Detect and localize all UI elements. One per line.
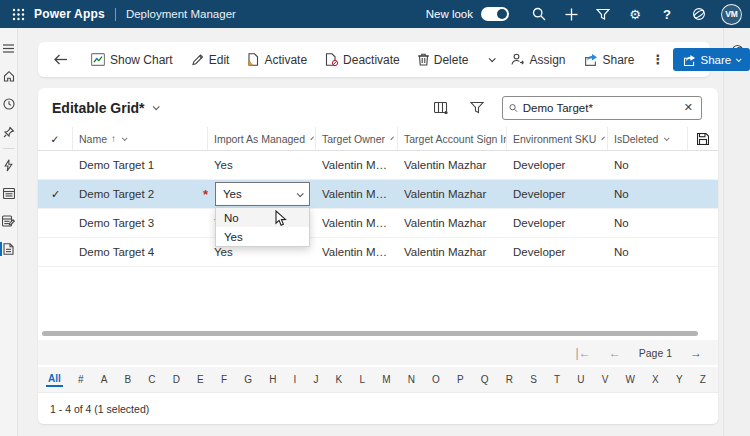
deactivate-button[interactable]: Deactivate [316, 47, 409, 73]
column-header-name[interactable]: Name↑ [73, 127, 208, 150]
cell-target_account_sign_in[interactable]: Valentin Mazhar [398, 217, 507, 229]
cell-is_deleted[interactable]: No [608, 217, 688, 229]
jump-I[interactable]: I [292, 373, 299, 386]
combobox-option-no[interactable]: No [216, 208, 309, 227]
cell-target_owner[interactable]: Valentin Maz... [316, 188, 398, 200]
select-all-checkbox[interactable]: ✓ [38, 127, 73, 150]
cell-is_deleted[interactable]: No [608, 246, 688, 258]
filter-icon[interactable] [587, 0, 619, 28]
more-commands-chevron[interactable] [481, 47, 502, 73]
edit-button[interactable]: Edit [182, 47, 239, 73]
column-header-is_deleted[interactable]: IsDeleted [608, 127, 688, 150]
jump-H[interactable]: H [267, 373, 278, 386]
sidebar-pinned-icon[interactable] [0, 118, 18, 146]
app-title[interactable]: Power Apps [34, 7, 105, 21]
previous-page-icon[interactable]: ← [609, 346, 621, 360]
sidebar-home-icon[interactable] [0, 62, 18, 90]
import-as-managed-combobox[interactable]: Yes [215, 182, 310, 206]
sidebar-editable-grid-icon[interactable] [0, 207, 18, 235]
cell-environment_sku[interactable]: Developer [507, 217, 608, 229]
combobox-option-yes[interactable]: Yes [216, 227, 309, 246]
jump-F[interactable]: F [219, 373, 229, 386]
jump-Z[interactable]: Z [698, 373, 708, 386]
edit-columns-icon[interactable] [430, 97, 452, 119]
cell-target_account_sign_in[interactable]: Valentin Mazhar [398, 159, 507, 171]
jump-S[interactable]: S [528, 373, 539, 386]
cell-import_as_managed[interactable]: Yes [208, 159, 316, 171]
cell-environment_sku[interactable]: Developer [507, 159, 608, 171]
jump-T[interactable]: T [552, 373, 562, 386]
jump-B[interactable]: B [122, 373, 133, 386]
waffle-menu-icon[interactable] [10, 6, 26, 22]
column-header-import_as_managed[interactable]: Import As Managed [208, 127, 316, 150]
jump-X[interactable]: X [650, 373, 661, 386]
sidebar-deployment-targets-icon[interactable] [0, 235, 18, 263]
jump-J[interactable]: J [311, 373, 320, 386]
jump-#[interactable]: # [76, 373, 86, 386]
show-chart-button[interactable]: Show Chart [82, 47, 182, 73]
cell-target_account_sign_in[interactable]: Valentin Mazhar [398, 246, 507, 258]
jump-Q[interactable]: Q [479, 373, 491, 386]
cell-target_account_sign_in[interactable]: Valentin Mazhar [398, 188, 507, 200]
row-checkbox[interactable]: ✓ [38, 188, 73, 201]
clear-search-icon[interactable]: ✕ [682, 101, 695, 114]
jump-E[interactable]: E [195, 373, 206, 386]
table-row[interactable]: Demo Target 4YesValentin Maz...Valentin … [38, 238, 718, 267]
edit-filters-icon[interactable] [466, 97, 488, 119]
help-icon[interactable]: ? [651, 0, 683, 28]
column-header-target_account_sign_in[interactable]: Target Account Sign In [398, 127, 507, 150]
add-icon[interactable] [555, 0, 587, 28]
cell-name[interactable]: Demo Target 4 [73, 246, 208, 258]
jump-D[interactable]: D [171, 373, 182, 386]
jump-All[interactable]: All [46, 372, 63, 387]
table-row[interactable]: Demo Target 1YesValentin Maz...Valentin … [38, 151, 718, 180]
cell-is_deleted[interactable]: No [608, 159, 688, 171]
cell-target_owner[interactable]: Valentin Maz... [316, 217, 398, 229]
jump-K[interactable]: K [334, 373, 345, 386]
share-command-button[interactable]: Share [575, 47, 644, 73]
jump-A[interactable]: A [99, 373, 110, 386]
cell-target_owner[interactable]: Valentin Maz... [316, 246, 398, 258]
overflow-menu-button[interactable]: ⋮ [644, 47, 673, 73]
cell-name[interactable]: Demo Target 1 [73, 159, 208, 171]
jump-N[interactable]: N [406, 373, 417, 386]
column-header-environment_sku[interactable]: Environment SKU [507, 127, 608, 150]
delete-button[interactable]: Delete [409, 47, 478, 73]
grid-search-input[interactable] [523, 102, 677, 114]
jump-G[interactable]: G [242, 373, 254, 386]
jump-O[interactable]: O [430, 373, 442, 386]
assign-button[interactable]: Assign [502, 47, 574, 73]
table-row[interactable]: Demo Target 3YesValentin Maz...Valentin … [38, 209, 718, 238]
cell-import_as_managed[interactable]: Yes [208, 246, 316, 258]
cell-environment_sku[interactable]: Developer [507, 246, 608, 258]
jump-L[interactable]: L [357, 373, 367, 386]
cell-name[interactable]: Demo Target 2 [73, 188, 208, 200]
jump-P[interactable]: P [455, 373, 466, 386]
jump-U[interactable]: U [575, 373, 586, 386]
cell-is_deleted[interactable]: No [608, 188, 688, 200]
sidebar-flows-icon[interactable] [0, 151, 18, 179]
jump-C[interactable]: C [146, 373, 157, 386]
view-selector[interactable]: Editable Grid* [52, 100, 158, 116]
horizontal-scrollbar[interactable] [38, 328, 718, 338]
user-avatar[interactable]: VM [721, 4, 742, 25]
share-split-button[interactable]: Share [673, 48, 750, 71]
cell-environment_sku[interactable]: Developer [507, 188, 608, 200]
cell-name[interactable]: Demo Target 3 [73, 217, 208, 229]
sidebar-recent-icon[interactable] [0, 90, 18, 118]
search-icon[interactable] [523, 0, 555, 28]
jump-M[interactable]: M [380, 373, 392, 386]
jump-Y[interactable]: Y [674, 373, 685, 386]
column-header-target_owner[interactable]: Target Owner [316, 127, 398, 150]
sidebar-tables-icon[interactable] [0, 179, 18, 207]
cell-target_owner[interactable]: Valentin Maz... [316, 159, 398, 171]
new-look-toggle[interactable] [481, 7, 509, 21]
back-button[interactable] [44, 47, 78, 73]
settings-gear-icon[interactable]: ⚙ [619, 0, 651, 28]
jump-W[interactable]: W [623, 373, 636, 386]
next-page-icon[interactable]: → [690, 346, 702, 360]
save-column-icon[interactable] [688, 127, 718, 150]
first-page-icon[interactable]: |← [576, 346, 591, 360]
jump-V[interactable]: V [600, 373, 611, 386]
assistant-icon[interactable] [683, 0, 715, 28]
